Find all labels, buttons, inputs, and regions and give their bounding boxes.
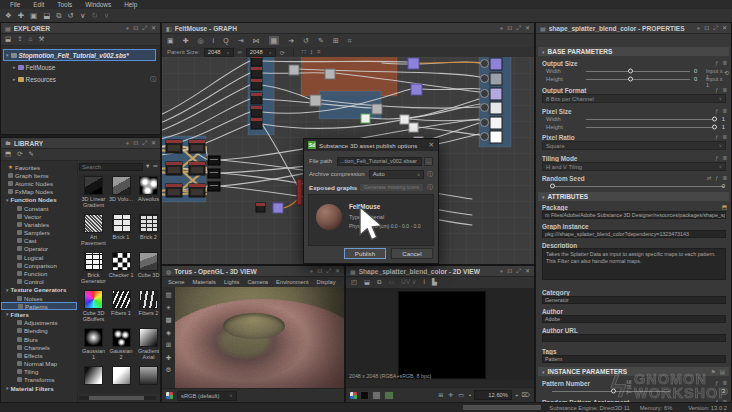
library-tree-item-function-nodes[interactable]: ▾Function Nodes <box>1 196 77 204</box>
slider-knob[interactable] <box>628 69 633 74</box>
library-item-checker-1[interactable]: Checker 1 <box>108 252 135 278</box>
trash-icon[interactable]: ⌦ <box>522 392 530 398</box>
info-icon[interactable]: ⓘ <box>150 75 156 84</box>
library-tree-item-variables[interactable]: Variables <box>1 220 77 228</box>
dropdown-square[interactable]: Square∨ <box>542 141 726 150</box>
archive-dropdown[interactable]: Auto ∨ <box>369 170 425 179</box>
slider-track[interactable] <box>586 127 714 128</box>
section-attributes[interactable]: ▾ATTRIBUTES <box>538 192 729 201</box>
gray-swatch[interactable] <box>372 391 381 400</box>
library-tree-item-constant[interactable]: Constant <box>1 204 77 212</box>
layout-icon[interactable]: ⊞ <box>333 37 339 44</box>
reset-icon[interactable]: ↺ <box>303 37 309 44</box>
new-button[interactable]: ✚ <box>18 12 24 20</box>
graph-node-gray[interactable] <box>372 104 382 114</box>
link-wh-icon[interactable]: ⟲ <box>724 69 729 76</box>
vswap-icon[interactable]: ↕ <box>310 49 313 56</box>
hash-icon[interactable]: ⌗ <box>317 49 321 56</box>
camera-icon[interactable]: ▥ <box>165 292 171 299</box>
slider-knob[interactable] <box>628 77 633 82</box>
close-icon[interactable]: ✕ <box>525 25 530 31</box>
library-item-alveolus[interactable]: Alveolus <box>135 176 160 202</box>
channels-icon[interactable] <box>350 392 357 399</box>
open-button[interactable]: ▣ <box>30 12 37 20</box>
graph-node-green[interactable] <box>361 114 370 123</box>
library-tree-item-texture-generators[interactable]: ▾Texture Generators <box>1 286 77 294</box>
output-node[interactable] <box>490 102 502 114</box>
display-icon[interactable]: ▦ <box>269 36 280 45</box>
refresh-icon[interactable]: ⟳ <box>280 49 285 56</box>
library-tree-item-effects[interactable]: Effects <box>1 351 77 359</box>
close-icon[interactable]: ✕ <box>335 268 340 274</box>
focus-icon[interactable]: ◎ <box>198 37 204 44</box>
output-dot[interactable] <box>481 75 489 83</box>
library-tree-item-normal-map[interactable]: Normal Map <box>1 360 77 368</box>
param-icon[interactable]: ≣ <box>722 108 727 114</box>
param-icon[interactable]: ≣ <box>722 175 727 181</box>
pin-icon[interactable]: ⌖ <box>126 25 129 31</box>
library-item-3d-volu-[interactable]: 3D Volu... <box>108 176 135 202</box>
graph-node-gray[interactable] <box>289 65 299 75</box>
uv-toggle[interactable]: UV ∨ <box>401 279 416 285</box>
maximize-icon[interactable]: ⤢ <box>326 268 331 274</box>
info-icon[interactable]: i <box>423 279 424 285</box>
library-tree-item-adjustments[interactable]: Adjustments <box>1 319 77 327</box>
library-tree-item-tiling[interactable]: Tiling <box>1 368 77 376</box>
library-tree-item-favorites[interactable]: ★Favorites <box>1 163 77 171</box>
dropdown-8-bits-per-channel[interactable]: 8 Bits per Channel∨ <box>542 94 726 103</box>
menu-help[interactable]: Help <box>118 1 143 8</box>
dock-icon[interactable]: ⊡ <box>133 25 138 31</box>
parent-size-width-select[interactable]: 2048∨ <box>204 48 234 57</box>
edit-icon[interactable]: ✎ <box>318 37 324 44</box>
library-tree-item-cast[interactable]: Cast <box>1 237 77 245</box>
save-button[interactable]: ⬓ <box>43 12 50 20</box>
library-tree-item-filters[interactable]: ▾Filters <box>1 310 77 318</box>
save-icon[interactable]: ⬓ <box>5 36 11 43</box>
maximize-icon[interactable]: ⤢ <box>713 25 718 31</box>
frame-all-icon[interactable]: ▣ <box>167 37 174 44</box>
zoom-field[interactable]: 12.60% <box>474 390 512 400</box>
param-icon[interactable]: ƒ <box>715 134 718 140</box>
explorer-item-resources[interactable]: ▸ Resources ⓘ <box>13 74 156 84</box>
view2d-viewport[interactable]: 2048 x 2048 (RGBA+sRGB, 8 bpc) <box>346 288 534 380</box>
close-icon[interactable]: ✕ <box>151 25 156 31</box>
library-item-gradient-axial[interactable]: Gradient Axial <box>135 328 160 360</box>
slider-track[interactable] <box>586 79 690 80</box>
library-item-fibers-2[interactable]: Fibers 2 <box>135 290 160 316</box>
library-item-partial[interactable] <box>80 366 107 386</box>
view3d-menu-environment[interactable]: Environment <box>276 279 309 285</box>
dropdown-h-and-v-tiling[interactable]: H and V Tiling∨ <box>542 162 726 171</box>
library-tree-item-comparison[interactable]: Comparison <box>1 261 77 269</box>
library-tree-item-samplers[interactable]: Samplers <box>1 229 77 237</box>
field[interactable] <box>542 334 726 342</box>
material-icon[interactable]: ◈ <box>166 330 171 337</box>
move-icon[interactable]: ✚ <box>183 37 189 44</box>
graph-node-purple[interactable] <box>411 84 422 95</box>
export-icon[interactable]: ⇪ <box>17 36 22 43</box>
library-tree-item-blurs[interactable]: Blurs <box>1 335 77 343</box>
view3d-menu-camera[interactable]: Camera <box>247 279 268 285</box>
publish-button[interactable]: Publish <box>344 248 386 259</box>
library-tree-item-vector[interactable]: Vector <box>1 212 77 220</box>
archive-info-icon[interactable]: ⓘ <box>427 170 433 179</box>
undo-caret-icon[interactable]: ∨ <box>80 12 86 20</box>
close-icon[interactable]: ✕ <box>151 140 156 146</box>
section-icon[interactable]: ▤ <box>720 369 725 375</box>
graph-node-gray[interactable] <box>325 69 335 79</box>
maximize-icon[interactable]: ⤢ <box>516 268 521 274</box>
param-icon[interactable]: ƒ <box>715 60 718 66</box>
slider-track[interactable] <box>586 119 714 120</box>
dot-icon[interactable]: • <box>469 392 471 398</box>
tiling-icon[interactable]: ⊞ <box>438 392 443 398</box>
field[interactable]: Pattern <box>542 355 726 363</box>
param-icon[interactable]: ≣ <box>722 380 727 386</box>
sync-icon[interactable]: ⟳ <box>17 151 22 158</box>
graph-node-white[interactable] <box>409 123 418 132</box>
slider-knob[interactable] <box>611 389 616 394</box>
home-icon[interactable]: ⌂ <box>29 36 33 43</box>
pin-icon[interactable]: ⌖ <box>126 140 129 146</box>
description-textarea[interactable]: Takes the Splatter Data as input to assi… <box>542 248 726 280</box>
pin-icon[interactable]: ⌖ <box>697 25 700 31</box>
histogram-icon[interactable]: ▙ <box>432 279 437 285</box>
black-swatch[interactable] <box>360 391 369 400</box>
